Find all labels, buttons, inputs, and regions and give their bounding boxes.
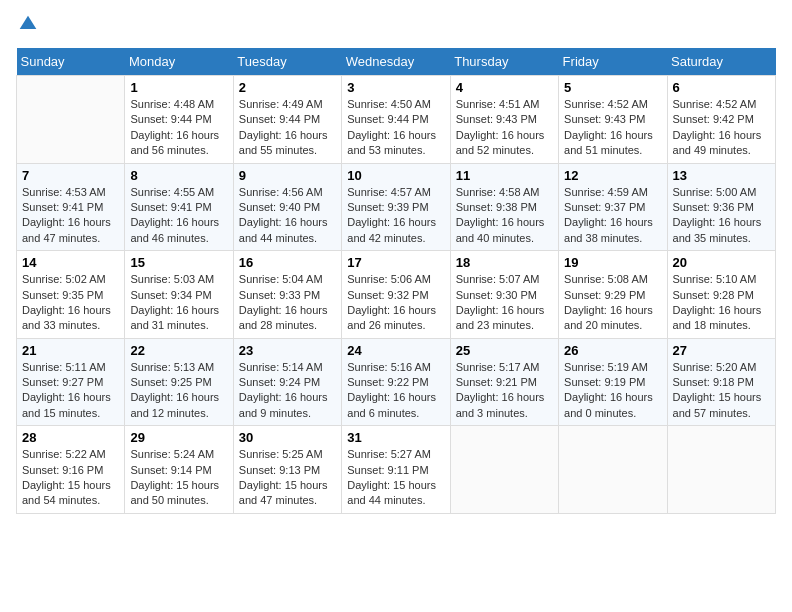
day-cell-29: 29Sunrise: 5:24 AMSunset: 9:14 PMDayligh…: [125, 426, 233, 514]
day-info: Sunrise: 4:57 AMSunset: 9:39 PMDaylight:…: [347, 185, 444, 247]
sunset-text: Sunset: 9:18 PM: [673, 376, 754, 388]
day-number: 23: [239, 343, 336, 358]
header-cell-tuesday: Tuesday: [233, 48, 341, 76]
daylight-text: Daylight: 16 hours and 46 minutes.: [130, 216, 219, 243]
logo-icon: [18, 14, 38, 34]
sunset-text: Sunset: 9:30 PM: [456, 289, 537, 301]
sunset-text: Sunset: 9:44 PM: [130, 113, 211, 125]
daylight-text: Daylight: 16 hours and 6 minutes.: [347, 391, 436, 418]
day-cell-21: 21Sunrise: 5:11 AMSunset: 9:27 PMDayligh…: [17, 338, 125, 426]
sunset-text: Sunset: 9:35 PM: [22, 289, 103, 301]
daylight-text: Daylight: 16 hours and 51 minutes.: [564, 129, 653, 156]
day-info: Sunrise: 5:04 AMSunset: 9:33 PMDaylight:…: [239, 272, 336, 334]
sunset-text: Sunset: 9:14 PM: [130, 464, 211, 476]
day-number: 8: [130, 168, 227, 183]
day-number: 31: [347, 430, 444, 445]
day-cell-23: 23Sunrise: 5:14 AMSunset: 9:24 PMDayligh…: [233, 338, 341, 426]
daylight-text: Daylight: 16 hours and 12 minutes.: [130, 391, 219, 418]
day-cell-6: 6Sunrise: 4:52 AMSunset: 9:42 PMDaylight…: [667, 76, 775, 164]
day-number: 21: [22, 343, 119, 358]
daylight-text: Daylight: 15 hours and 47 minutes.: [239, 479, 328, 506]
sunrise-text: Sunrise: 5:11 AM: [22, 361, 106, 373]
sunset-text: Sunset: 9:29 PM: [564, 289, 645, 301]
day-cell-17: 17Sunrise: 5:06 AMSunset: 9:32 PMDayligh…: [342, 251, 450, 339]
day-number: 20: [673, 255, 770, 270]
daylight-text: Daylight: 15 hours and 50 minutes.: [130, 479, 219, 506]
sunrise-text: Sunrise: 5:08 AM: [564, 273, 648, 285]
svg-marker-0: [20, 16, 37, 29]
daylight-text: Daylight: 16 hours and 0 minutes.: [564, 391, 653, 418]
sunrise-text: Sunrise: 5:17 AM: [456, 361, 540, 373]
sunrise-text: Sunrise: 4:57 AM: [347, 186, 431, 198]
sunset-text: Sunset: 9:44 PM: [347, 113, 428, 125]
sunrise-text: Sunrise: 5:10 AM: [673, 273, 757, 285]
day-cell-1: 1Sunrise: 4:48 AMSunset: 9:44 PMDaylight…: [125, 76, 233, 164]
week-row-3: 14Sunrise: 5:02 AMSunset: 9:35 PMDayligh…: [17, 251, 776, 339]
day-number: 10: [347, 168, 444, 183]
sunset-text: Sunset: 9:36 PM: [673, 201, 754, 213]
day-info: Sunrise: 5:16 AMSunset: 9:22 PMDaylight:…: [347, 360, 444, 422]
sunrise-text: Sunrise: 5:06 AM: [347, 273, 431, 285]
sunrise-text: Sunrise: 5:22 AM: [22, 448, 106, 460]
sunrise-text: Sunrise: 4:48 AM: [130, 98, 214, 110]
sunset-text: Sunset: 9:43 PM: [456, 113, 537, 125]
day-info: Sunrise: 5:14 AMSunset: 9:24 PMDaylight:…: [239, 360, 336, 422]
header-row: SundayMondayTuesdayWednesdayThursdayFrid…: [17, 48, 776, 76]
day-cell-12: 12Sunrise: 4:59 AMSunset: 9:37 PMDayligh…: [559, 163, 667, 251]
empty-cell: [559, 426, 667, 514]
daylight-text: Daylight: 16 hours and 15 minutes.: [22, 391, 111, 418]
day-info: Sunrise: 5:11 AMSunset: 9:27 PMDaylight:…: [22, 360, 119, 422]
sunrise-text: Sunrise: 5:19 AM: [564, 361, 648, 373]
day-number: 11: [456, 168, 553, 183]
day-cell-25: 25Sunrise: 5:17 AMSunset: 9:21 PMDayligh…: [450, 338, 558, 426]
day-cell-20: 20Sunrise: 5:10 AMSunset: 9:28 PMDayligh…: [667, 251, 775, 339]
day-number: 19: [564, 255, 661, 270]
sunset-text: Sunset: 9:32 PM: [347, 289, 428, 301]
daylight-text: Daylight: 16 hours and 31 minutes.: [130, 304, 219, 331]
sunset-text: Sunset: 9:11 PM: [347, 464, 428, 476]
day-cell-5: 5Sunrise: 4:52 AMSunset: 9:43 PMDaylight…: [559, 76, 667, 164]
day-number: 16: [239, 255, 336, 270]
header-cell-sunday: Sunday: [17, 48, 125, 76]
sunset-text: Sunset: 9:16 PM: [22, 464, 103, 476]
sunrise-text: Sunrise: 5:20 AM: [673, 361, 757, 373]
daylight-text: Daylight: 16 hours and 28 minutes.: [239, 304, 328, 331]
sunset-text: Sunset: 9:44 PM: [239, 113, 320, 125]
day-cell-28: 28Sunrise: 5:22 AMSunset: 9:16 PMDayligh…: [17, 426, 125, 514]
day-info: Sunrise: 4:52 AMSunset: 9:42 PMDaylight:…: [673, 97, 770, 159]
daylight-text: Daylight: 15 hours and 44 minutes.: [347, 479, 436, 506]
day-number: 2: [239, 80, 336, 95]
day-info: Sunrise: 4:55 AMSunset: 9:41 PMDaylight:…: [130, 185, 227, 247]
day-number: 15: [130, 255, 227, 270]
sunset-text: Sunset: 9:41 PM: [130, 201, 211, 213]
day-info: Sunrise: 5:00 AMSunset: 9:36 PMDaylight:…: [673, 185, 770, 247]
day-number: 22: [130, 343, 227, 358]
day-cell-2: 2Sunrise: 4:49 AMSunset: 9:44 PMDaylight…: [233, 76, 341, 164]
daylight-text: Daylight: 16 hours and 53 minutes.: [347, 129, 436, 156]
day-info: Sunrise: 5:10 AMSunset: 9:28 PMDaylight:…: [673, 272, 770, 334]
sunrise-text: Sunrise: 5:02 AM: [22, 273, 106, 285]
day-info: Sunrise: 5:22 AMSunset: 9:16 PMDaylight:…: [22, 447, 119, 509]
week-row-1: 1Sunrise: 4:48 AMSunset: 9:44 PMDaylight…: [17, 76, 776, 164]
day-info: Sunrise: 4:49 AMSunset: 9:44 PMDaylight:…: [239, 97, 336, 159]
sunrise-text: Sunrise: 5:27 AM: [347, 448, 431, 460]
daylight-text: Daylight: 15 hours and 57 minutes.: [673, 391, 762, 418]
header-cell-friday: Friday: [559, 48, 667, 76]
sunset-text: Sunset: 9:13 PM: [239, 464, 320, 476]
day-cell-4: 4Sunrise: 4:51 AMSunset: 9:43 PMDaylight…: [450, 76, 558, 164]
sunset-text: Sunset: 9:19 PM: [564, 376, 645, 388]
day-cell-10: 10Sunrise: 4:57 AMSunset: 9:39 PMDayligh…: [342, 163, 450, 251]
sunrise-text: Sunrise: 4:55 AM: [130, 186, 214, 198]
sunset-text: Sunset: 9:40 PM: [239, 201, 320, 213]
day-cell-26: 26Sunrise: 5:19 AMSunset: 9:19 PMDayligh…: [559, 338, 667, 426]
day-number: 25: [456, 343, 553, 358]
logo: [16, 16, 38, 36]
sunrise-text: Sunrise: 5:14 AM: [239, 361, 323, 373]
day-cell-19: 19Sunrise: 5:08 AMSunset: 9:29 PMDayligh…: [559, 251, 667, 339]
week-row-5: 28Sunrise: 5:22 AMSunset: 9:16 PMDayligh…: [17, 426, 776, 514]
sunset-text: Sunset: 9:28 PM: [673, 289, 754, 301]
day-cell-27: 27Sunrise: 5:20 AMSunset: 9:18 PMDayligh…: [667, 338, 775, 426]
day-number: 14: [22, 255, 119, 270]
sunset-text: Sunset: 9:27 PM: [22, 376, 103, 388]
daylight-text: Daylight: 16 hours and 52 minutes.: [456, 129, 545, 156]
